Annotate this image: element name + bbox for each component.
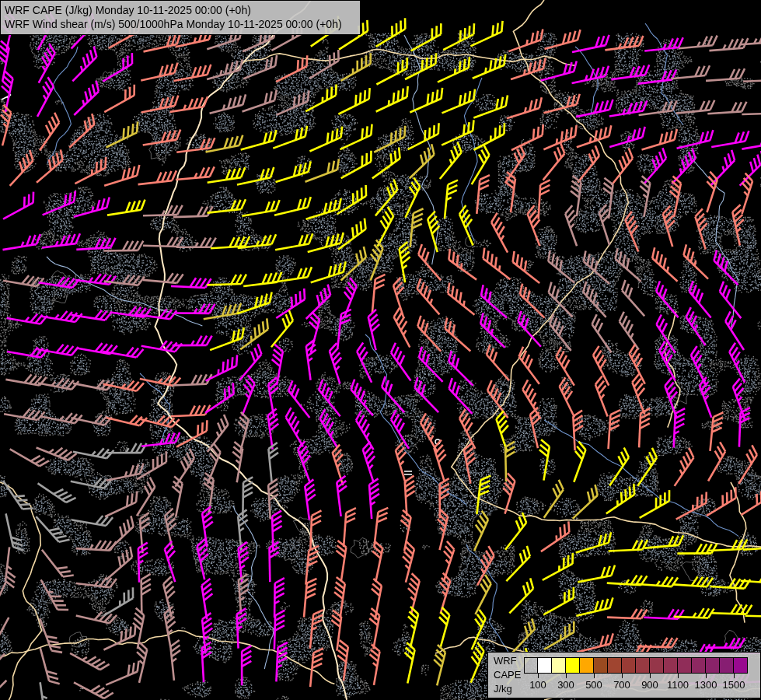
legend-color-cell [706, 657, 720, 674]
legend-labels: WRF CAPE J/kg [494, 654, 521, 696]
legend-color-cell [580, 657, 594, 674]
legend-tick-mark [650, 674, 651, 678]
legend-color-cell [622, 657, 636, 674]
cape-legend-box: WRF CAPE J/kg 10030050070090011001300150… [487, 652, 761, 698]
cape-colorbar [524, 657, 748, 674]
legend-tick-label: 100 [522, 679, 553, 691]
legend-tick-label: 700 [606, 679, 637, 691]
legend-tick-mark [538, 674, 539, 678]
legend-color-cell [720, 657, 734, 674]
legend-color-cell [636, 657, 650, 674]
legend-tick-mark [678, 674, 679, 678]
legend-color-cell [678, 657, 692, 674]
legend-variable-label: CAPE [494, 668, 521, 682]
legend-tick-mark [734, 674, 735, 678]
map-title-box: WRF CAPE (J/kg) Monday 10-11-2025 00:00 … [0, 0, 361, 35]
legend-color-cell [692, 657, 706, 674]
title-shear-line: WRF Wind shear (m/s) 500/1000hPa Monday … [5, 17, 355, 31]
legend-color-cell [538, 657, 552, 674]
legend-tick-mark [566, 674, 567, 678]
legend-tick-label: 1100 [662, 679, 693, 691]
legend-tick-mark [622, 674, 623, 678]
legend-unit-label: J/kg [494, 682, 521, 696]
legend-color-cell [594, 657, 608, 674]
legend-tick-label: 1500 [718, 679, 749, 691]
legend-tick-label: 1300 [690, 679, 721, 691]
legend-color-cell [664, 657, 678, 674]
title-cape-line: WRF CAPE (J/kg) Monday 10-11-2025 00:00 … [5, 3, 355, 17]
legend-tick-label: 500 [578, 679, 609, 691]
legend-tick-mark [594, 674, 595, 678]
legend-color-cell [650, 657, 664, 674]
legend-color-cell [524, 657, 538, 674]
legend-color-cell [552, 657, 566, 674]
legend-tick-label: 300 [550, 679, 581, 691]
legend-product-label: WRF [494, 654, 521, 668]
legend-color-cell [566, 657, 580, 674]
legend-tick-mark [706, 674, 707, 678]
legend-color-cell [608, 657, 622, 674]
weather-map-canvas [0, 0, 761, 700]
legend-tick-label: 900 [634, 679, 665, 691]
wrf-weather-map: WRF CAPE (J/kg) Monday 10-11-2025 00:00 … [0, 0, 761, 700]
legend-color-cell [734, 657, 748, 674]
